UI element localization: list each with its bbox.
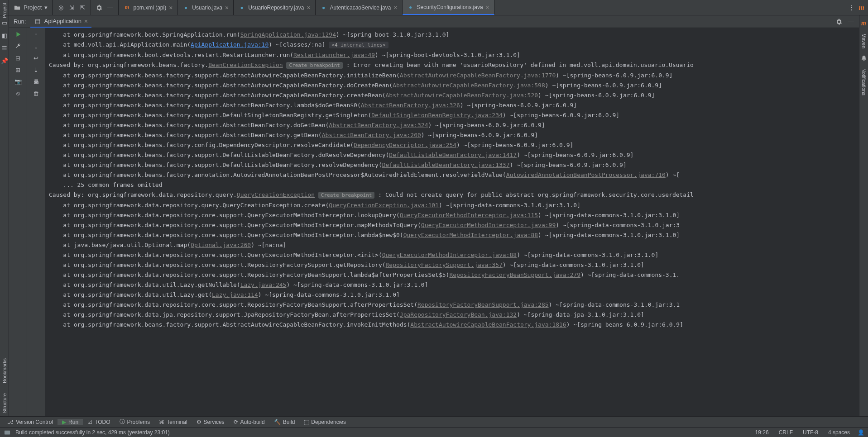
- bottom-tab-todo[interactable]: ☑TODO: [83, 419, 115, 425]
- close-icon[interactable]: ×: [169, 4, 173, 11]
- bottom-tab-auto-build[interactable]: ⟳Auto-build: [229, 419, 269, 425]
- bottom-tab-build[interactable]: 🔨Build: [269, 419, 300, 425]
- stacktrace-link[interactable]: AbstractBeanFactory.java:324: [329, 122, 428, 128]
- notifications-rail-label[interactable]: Notifications: [861, 68, 867, 95]
- camera-icon[interactable]: 📷: [14, 78, 22, 85]
- editor-tab[interactable]: ●Usuario.java×: [177, 0, 234, 15]
- more-icon[interactable]: ⋮: [848, 4, 855, 11]
- console-text: ) ~[spring-beans-6.0.9.jar:6.0.9]: [503, 112, 619, 119]
- maven-logo-icon: m: [859, 4, 864, 12]
- editor-tab[interactable]: ●AutenticacaoService.java×: [316, 0, 403, 15]
- status-info-icon[interactable]: [4, 429, 11, 436]
- project-view-selector[interactable]: Project ▾: [9, 0, 53, 15]
- down-arrow-icon[interactable]: ↓: [33, 43, 40, 50]
- gear-icon[interactable]: [96, 4, 103, 11]
- editor-tab[interactable]: ●UsuarioRepository.java×: [234, 0, 315, 15]
- stacktrace-link[interactable]: AbstractAutowireCapableBeanFactory.java:…: [410, 321, 566, 328]
- stacktrace-link[interactable]: SpringApplication.java:1294: [240, 31, 336, 38]
- stacktrace-link[interactable]: Lazy.java:245: [240, 281, 287, 288]
- exit-icon[interactable]: ⎋: [14, 90, 22, 97]
- status-readonly-icon[interactable]: 👤: [857, 429, 864, 436]
- stacktrace-link[interactable]: RepositoryFactorySupport.java:357: [386, 261, 503, 268]
- stacktrace-link[interactable]: AbstractAutowireCapableBeanFactory.java:…: [400, 72, 556, 79]
- scroll-end-icon[interactable]: ⤓: [33, 66, 40, 73]
- close-icon[interactable]: ×: [307, 4, 310, 11]
- editor-tab[interactable]: ●SecurityConfigurations.java×: [403, 0, 494, 15]
- maven-rail-label[interactable]: Maven: [861, 33, 867, 48]
- stacktrace-link[interactable]: Optional.java:260: [191, 242, 251, 248]
- console-text: at org.springframework.beans.factory.sup…: [49, 122, 329, 128]
- up-arrow-icon[interactable]: ↑: [33, 31, 40, 38]
- console-text: at org.springframework.boot.devtools.res…: [49, 52, 293, 58]
- stacktrace-link[interactable]: BeanCreationException: [208, 62, 283, 68]
- bottom-tab-problems[interactable]: ⓘProblems: [115, 418, 155, 426]
- collapsed-frames-hint[interactable]: <4 internal lines>: [329, 42, 388, 48]
- stacktrace-link[interactable]: RepositoryFactoryBeanSupport.java:279: [449, 271, 580, 278]
- tab-label: UsuarioRepository.java: [248, 5, 304, 11]
- stacktrace-link[interactable]: DefaultListableBeanFactory.java:1417: [389, 152, 517, 158]
- wrench-icon[interactable]: [14, 43, 22, 50]
- console-text: at org.springframework.data.repository.c…: [49, 222, 421, 228]
- stacktrace-link[interactable]: DefaultSingletonBeanRegistry.java:234: [371, 112, 503, 119]
- stacktrace-link[interactable]: DependencyDescriptor.java:254: [354, 142, 456, 148]
- console-line: at org.springframework.data.repository.c…: [49, 260, 855, 270]
- stacktrace-link[interactable]: AbstractAutowireCapableBeanFactory.java:…: [393, 82, 545, 89]
- run-config-tab[interactable]: ▤ ApiApplication ×: [30, 16, 91, 28]
- stacktrace-link[interactable]: RepositoryFactoryBeanSupport.java:285: [417, 301, 549, 308]
- stacktrace-link[interactable]: QueryExecutorMethodInterceptor.java:88: [403, 232, 538, 238]
- status-line-ending[interactable]: CRLF: [776, 429, 796, 436]
- bell-icon[interactable]: [860, 55, 868, 62]
- trash-icon[interactable]: 🗑: [33, 90, 40, 97]
- stacktrace-link[interactable]: RestartLauncher.java:49: [293, 52, 375, 58]
- stacktrace-link[interactable]: QueryExecutorMethodInterceptor.java:88: [382, 252, 517, 258]
- bottom-tab-services[interactable]: ⚙Services: [192, 419, 229, 425]
- stop-icon[interactable]: ⊟: [14, 54, 22, 62]
- close-icon[interactable]: ×: [225, 4, 229, 11]
- run-settings-icon[interactable]: [835, 18, 843, 25]
- bookmarks-tool-label[interactable]: Bookmarks: [2, 356, 7, 386]
- stacktrace-link[interactable]: QueryCreationException.java:101: [329, 202, 439, 209]
- close-icon[interactable]: ×: [393, 4, 397, 11]
- commit-rail-icon[interactable]: ◧: [1, 32, 8, 39]
- create-breakpoint-badge[interactable]: Create breakpoint: [286, 62, 343, 69]
- status-time[interactable]: 19:26: [753, 429, 772, 436]
- stacktrace-link[interactable]: AutowiredAnnotationBeanPostProcessor.jav…: [506, 171, 666, 178]
- run-minimize-icon[interactable]: —: [847, 18, 854, 25]
- stacktrace-link[interactable]: Lazy.java:114: [212, 291, 258, 298]
- stacktrace-link[interactable]: ApiApplication.java:10: [191, 41, 269, 48]
- console-text: at org.springframework.beans.factory.sup…: [49, 162, 382, 168]
- status-indent[interactable]: 4 spaces: [825, 429, 853, 436]
- stacktrace-link[interactable]: DefaultListableBeanFactory.java:1337: [382, 162, 510, 168]
- structure-rail-icon[interactable]: ☰: [1, 44, 8, 52]
- console-output[interactable]: at org.springframework.boot.SpringApplic…: [45, 28, 859, 416]
- collapse-icon[interactable]: ⇱: [79, 4, 86, 11]
- rerun-icon[interactable]: [14, 31, 22, 38]
- bottom-tab-version-control[interactable]: ⎇Version Control: [3, 419, 58, 425]
- target-icon[interactable]: ◎: [57, 4, 64, 11]
- structure-tool-label[interactable]: Structure: [2, 390, 7, 416]
- bottom-tab-terminal[interactable]: ⌘Terminal: [154, 419, 192, 425]
- stacktrace-link[interactable]: QueryCreationException: [237, 191, 315, 198]
- maven-rail-icon[interactable]: m: [861, 20, 866, 27]
- status-encoding[interactable]: UTF-8: [800, 429, 821, 436]
- stacktrace-link[interactable]: AbstractAutowireCapableBeanFactory.java:…: [386, 92, 538, 99]
- bottom-tab-dependencies[interactable]: ⬚Dependencies: [299, 419, 350, 425]
- java-icon: ●: [320, 4, 327, 11]
- stacktrace-link[interactable]: AbstractBeanFactory.java:326: [361, 102, 460, 109]
- soft-wrap-icon[interactable]: ↩: [33, 54, 40, 62]
- close-icon[interactable]: ×: [486, 4, 489, 11]
- close-icon[interactable]: ×: [84, 18, 88, 25]
- minimize-icon[interactable]: —: [106, 4, 114, 11]
- bottom-tab-run[interactable]: ▶Run: [58, 419, 83, 425]
- pin-rail-icon[interactable]: 📌: [1, 57, 8, 64]
- editor-tab[interactable]: mpom.xml (api)×: [119, 0, 177, 15]
- stacktrace-link[interactable]: QueryExecutorMethodInterceptor.java:115: [400, 212, 538, 218]
- layout-icon[interactable]: ⊞: [14, 66, 22, 73]
- stacktrace-link[interactable]: QueryExecutorMethodInterceptor.java:99: [421, 222, 556, 228]
- project-tool-label[interactable]: Project: [2, 0, 7, 21]
- stacktrace-link[interactable]: AbstractBeanFactory.java:200: [322, 132, 421, 138]
- create-breakpoint-badge[interactable]: Create breakpoint: [318, 192, 375, 199]
- stacktrace-link[interactable]: JpaRepositoryFactoryBean.java:132: [400, 311, 517, 318]
- expand-icon[interactable]: ⇲: [68, 4, 75, 11]
- print-icon[interactable]: 🖶: [33, 78, 40, 85]
